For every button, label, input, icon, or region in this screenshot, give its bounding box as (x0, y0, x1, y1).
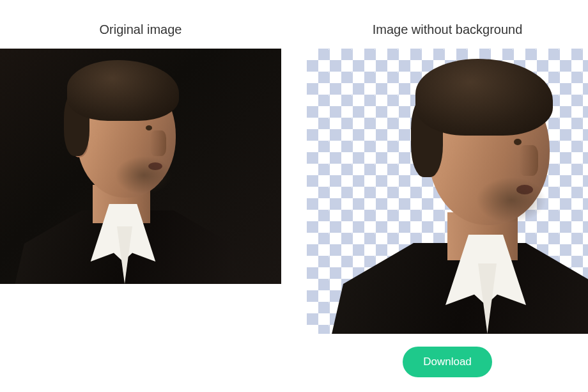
comparison-container: Original image Image without background (0, 0, 588, 377)
nobg-image (307, 49, 588, 334)
hair-shape (415, 59, 553, 136)
download-button[interactable]: Download (403, 347, 492, 377)
nose-shape (150, 130, 166, 156)
original-title: Original image (100, 22, 182, 37)
eye-shape (514, 139, 522, 145)
beard-shape (476, 177, 546, 223)
original-image (0, 49, 281, 284)
hair-shape (67, 60, 179, 121)
original-column: Original image (0, 22, 281, 377)
beard-shape (115, 156, 173, 194)
person-figure (13, 60, 243, 284)
nobg-title: Image without background (373, 22, 523, 37)
eye-shape (146, 125, 152, 130)
nose-shape (519, 145, 538, 176)
nobg-column: Image without background Download (307, 22, 588, 377)
person-figure-nobg (329, 59, 588, 334)
